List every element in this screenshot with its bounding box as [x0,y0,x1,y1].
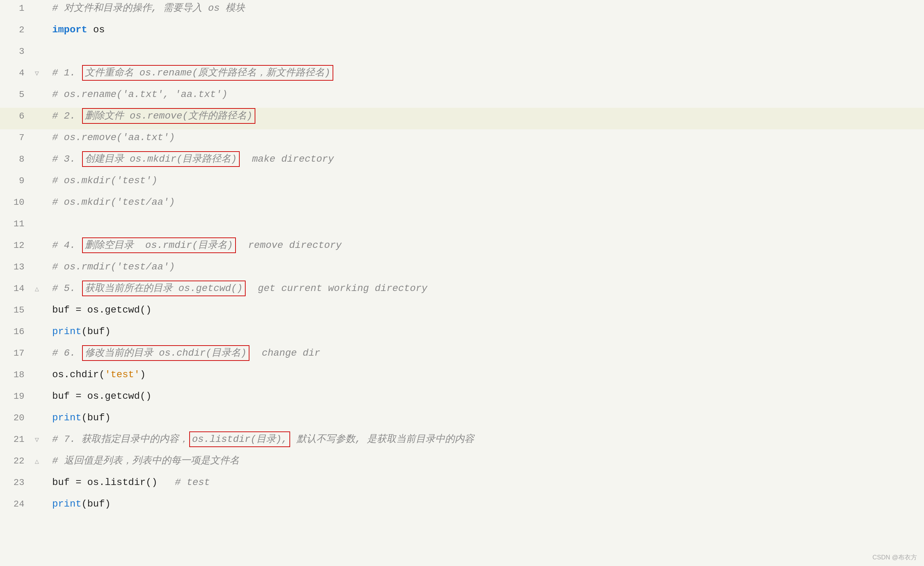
line-content: print(buf) [42,410,924,426]
code-token: # 6. [52,346,81,361]
code-line: 7# os.remove('aa.txt') [0,129,924,151]
line-number: 16 [0,323,31,339]
line-number: 24 [0,496,31,512]
line-number: 1 [0,0,31,16]
code-token: (buf) [81,410,111,426]
code-token: 默认不写参数, 是获取当前目录中的内容 [291,432,474,448]
line-content: # 4. 删除空目录 os.rmdir(目录名) remove director… [42,237,924,253]
line-number: 15 [0,302,31,318]
line-number: 20 [0,410,31,425]
code-line: 10# os.mkdir('test/aa') [0,194,924,216]
line-content: # 6. 修改当前的目录 os.chdir(目录名) change dir [42,345,924,361]
line-content: # os.mkdir('test/aa') [42,195,924,210]
code-line: 21▽# 7. 获取指定目录中的内容，os.listdir(目录), 默认不写参… [0,431,924,453]
code-token: # 返回值是列表，列表中的每一项是文件名 [52,453,239,469]
line-content: buf = os.getcwd() [42,389,924,404]
boxed-comment: os.listdir(目录), [189,431,290,447]
line-content: # 3. 创建目录 os.mkdir(目录路径名) make directory [42,151,924,167]
code-token: print [52,324,81,340]
line-content [42,44,924,60]
line-number: 2 [0,22,31,37]
code-line: 24print(buf) [0,496,924,517]
line-number: 23 [0,474,31,490]
code-token: # 5. [52,281,81,296]
line-content: print(buf) [42,324,924,340]
line-content: # os.mkdir('test') [42,173,924,189]
code-line: 3 [0,43,924,65]
line-content: print(buf) [42,496,924,512]
code-token: print [52,410,81,426]
code-token: print [52,496,81,512]
line-number: 13 [0,259,31,275]
line-number: 5 [0,86,31,102]
line-content: import os [42,22,924,38]
code-line: 9# os.mkdir('test') [0,172,924,194]
boxed-comment: 获取当前所在的目录 os.getcwd() [82,281,246,296]
code-line: 14△# 5. 获取当前所在的目录 os.getcwd() get curren… [0,280,924,302]
code-token: # 7. 获取指定目录中的内容， [52,432,189,448]
line-content: # os.rename('a.txt', 'aa.txt') [42,87,924,103]
line-content [42,216,924,232]
code-token: buf = os.getcwd() [52,389,152,404]
code-token: make directory [240,151,334,167]
code-token: # os.mkdir('test/aa') [52,195,175,210]
line-number: 6 [0,108,31,124]
line-content: # 7. 获取指定目录中的内容，os.listdir(目录), 默认不写参数, … [42,431,924,448]
code-line: 19buf = os.getcwd() [0,388,924,410]
code-token: remove directory [237,238,342,253]
code-token: # test [175,475,210,491]
code-token: # os.rmdir('test/aa') [52,259,175,275]
boxed-comment: 文件重命名 os.rename(原文件路径名，新文件路径名) [82,65,333,81]
code-line: 2import os [0,22,924,43]
line-number: 18 [0,367,31,382]
code-token: # 3. [52,151,81,167]
code-line: 17# 6. 修改当前的目录 os.chdir(目录名) change dir [0,345,924,367]
line-number: 7 [0,129,31,145]
code-line: 15buf = os.getcwd() [0,302,924,323]
boxed-comment: 创建目录 os.mkdir(目录路径名) [82,151,240,167]
line-content: buf = os.listdir() # test [42,475,924,491]
line-number: 21 [0,431,31,447]
gutter-icon: ▽ [31,68,42,79]
boxed-comment: 修改当前的目录 os.chdir(目录名) [82,345,249,361]
code-token: os [87,22,105,38]
gutter-icon: ▽ [31,434,42,446]
code-token: ) [140,367,146,383]
line-number: 17 [0,345,31,361]
code-token: # 2. [52,108,81,124]
line-content: # 1. 文件重命名 os.rename(原文件路径名，新文件路径名) [42,65,924,81]
code-line: 11 [0,216,924,237]
code-token: 'test' [105,367,140,383]
line-content: # 对文件和目录的操作, 需要导入 os 模块 [42,1,924,16]
code-token: (buf) [81,324,111,340]
code-token: # 4. [52,238,81,253]
line-content: # 2. 删除文件 os.remove(文件的路径名) [42,108,924,124]
line-content: # os.remove('aa.txt') [42,130,924,146]
code-line: 13# os.rmdir('test/aa') [0,259,924,280]
line-content: os.chdir('test') [42,367,924,383]
code-line: 5# os.rename('a.txt', 'aa.txt') [0,86,924,108]
line-number: 10 [0,194,31,210]
code-line: 12# 4. 删除空目录 os.rmdir(目录名) remove direct… [0,237,924,259]
line-content: # os.rmdir('test/aa') [42,259,924,275]
line-number: 9 [0,172,31,189]
line-number: 22 [0,453,31,469]
code-token: # os.mkdir('test') [52,173,157,189]
code-line: 4▽# 1. 文件重命名 os.rename(原文件路径名，新文件路径名) [0,65,924,86]
line-number: 8 [0,151,31,167]
code-line: 16print(buf) [0,323,924,345]
code-token: # os.remove('aa.txt') [52,130,175,146]
code-token: buf = os.listdir() [52,475,175,491]
gutter-icon: △ [31,456,42,467]
line-number: 11 [0,216,31,232]
code-line: 1# 对文件和目录的操作, 需要导入 os 模块 [0,0,924,22]
line-number: 19 [0,388,31,404]
code-token: # 1. [52,65,81,81]
code-token: change dir [250,346,320,361]
code-token: os.chdir( [52,367,105,383]
code-line: 23buf = os.listdir() # test [0,474,924,496]
code-line: 22△# 返回值是列表，列表中的每一项是文件名 [0,453,924,474]
gutter-icon: △ [31,284,42,295]
code-token: buf = os.getcwd() [52,302,152,318]
code-token: get current working directory [246,281,428,296]
